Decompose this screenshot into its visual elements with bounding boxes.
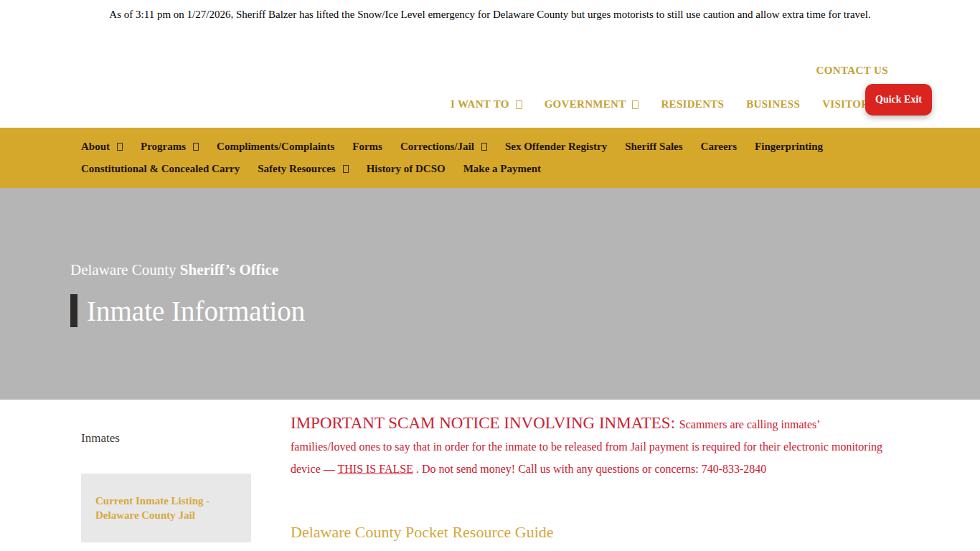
chevron-down-icon xyxy=(632,100,639,109)
nav-label: Compliments/Complaints xyxy=(217,141,334,153)
page-title: Inmate Information xyxy=(87,297,305,325)
hero-office-name: Delaware County Sheriff’s Office xyxy=(70,261,980,279)
sidebar-link-line2: Delaware County Jail xyxy=(95,509,195,521)
quick-exit-button[interactable]: Quick Exit xyxy=(865,84,932,116)
chevron-down-icon xyxy=(117,143,123,151)
subnav-careers[interactable]: Careers xyxy=(701,141,738,153)
nav-residents[interactable]: RESIDENTS xyxy=(661,98,724,110)
nav-label: Make a Payment xyxy=(463,163,541,175)
main-column: IMPORTANT SCAM NOTICE INVOLVING INMATES:… xyxy=(291,400,886,542)
sidebar-link-line1: Current Inmate Listing - xyxy=(95,495,209,507)
chevron-down-icon xyxy=(481,143,487,151)
nav-label: BUSINESS xyxy=(746,98,800,110)
nav-label: Forms xyxy=(352,141,382,153)
sidebar-link-current-inmate-listing[interactable]: Current Inmate Listing - Delaware County… xyxy=(95,494,238,522)
title-accent-bar xyxy=(70,294,77,327)
nav-label: Constitutional & Concealed Carry xyxy=(81,163,240,175)
scam-notice-body-2: . Do not send money! Call us with any qu… xyxy=(416,463,702,475)
subnav-forms[interactable]: Forms xyxy=(352,141,382,153)
hero-office-bold: Sheriff’s Office xyxy=(180,261,278,278)
secondary-nav-row-1: About Programs Compliments/Complaints Fo… xyxy=(81,141,951,153)
sidebar: Inmates Current Inmate Listing - Delawar… xyxy=(81,400,251,542)
hero-title-row: Inmate Information xyxy=(70,294,980,327)
nav-label: Sex Offender Registry xyxy=(505,141,607,153)
nav-label: Programs xyxy=(141,141,186,153)
scam-notice-phone: 740-833-2840 xyxy=(702,463,767,475)
nav-government[interactable]: GOVERNMENT xyxy=(545,98,639,110)
subnav-programs[interactable]: Programs xyxy=(141,141,199,153)
content-area: Inmates Current Inmate Listing - Delawar… xyxy=(0,400,980,542)
sidebar-current-item-box[interactable]: Current Inmate Listing - Delaware County… xyxy=(81,474,251,542)
scam-notice: IMPORTANT SCAM NOTICE INVOLVING INMATES:… xyxy=(291,412,886,480)
nav-label: Corrections/Jail xyxy=(400,141,474,153)
subnav-corrections-jail[interactable]: Corrections/Jail xyxy=(400,141,487,153)
subnav-fingerprinting[interactable]: Fingerprinting xyxy=(755,141,823,153)
subnav-about[interactable]: About xyxy=(81,141,123,153)
nav-label: Careers xyxy=(701,141,738,153)
hero-section: Delaware County Sheriff’s Office Inmate … xyxy=(0,188,980,400)
emergency-banner: As of 3:11 pm on 1/27/2026, Sheriff Balz… xyxy=(0,0,980,29)
contact-us-link[interactable]: CONTACT US xyxy=(816,65,888,77)
nav-label: Sheriff Sales xyxy=(625,141,682,153)
nav-label: I WANT TO xyxy=(451,98,509,110)
secondary-nav-row-2: Constitutional & Concealed Carry Safety … xyxy=(81,163,951,175)
nav-label: About xyxy=(81,141,110,153)
subnav-history-of-dcso[interactable]: History of DCSO xyxy=(367,163,446,175)
subnav-make-a-payment[interactable]: Make a Payment xyxy=(463,163,541,175)
chevron-down-icon xyxy=(193,143,199,151)
secondary-nav: About Programs Compliments/Complaints Fo… xyxy=(0,128,980,188)
subnav-safety-resources[interactable]: Safety Resources xyxy=(258,163,348,175)
nav-label: Fingerprinting xyxy=(755,141,823,153)
subnav-sex-offender-registry[interactable]: Sex Offender Registry xyxy=(505,141,607,153)
chevron-down-icon xyxy=(343,165,349,173)
nav-label: GOVERNMENT xyxy=(545,98,626,110)
scam-notice-heading: IMPORTANT SCAM NOTICE INVOLVING INMATES: xyxy=(291,414,679,432)
nav-label: RESIDENTS xyxy=(661,98,724,110)
nav-business[interactable]: BUSINESS xyxy=(746,98,800,110)
subnav-sheriff-sales[interactable]: Sheriff Sales xyxy=(625,141,682,153)
site-header: CONTACT US I WANT TO GOVERNMENT RESIDENT… xyxy=(0,29,980,128)
nav-label: Safety Resources xyxy=(258,163,335,175)
chevron-down-icon xyxy=(516,100,522,109)
subnav-constitutional-concealed-carry[interactable]: Constitutional & Concealed Carry xyxy=(81,163,240,175)
pocket-resource-guide-link[interactable]: Delaware County Pocket Resource Guide xyxy=(291,523,554,542)
primary-nav: I WANT TO GOVERNMENT RESIDENTS BUSINESS … xyxy=(451,98,875,110)
sidebar-heading: Inmates xyxy=(81,431,251,446)
nav-i-want-to[interactable]: I WANT TO xyxy=(451,98,522,110)
nav-label: History of DCSO xyxy=(367,163,446,175)
emergency-banner-text: As of 3:11 pm on 1/27/2026, Sheriff Balz… xyxy=(109,9,870,21)
hero-office-prefix: Delaware County xyxy=(70,261,180,278)
scam-notice-emphasis: THIS IS FALSE xyxy=(337,463,413,475)
subnav-compliments-complaints[interactable]: Compliments/Complaints xyxy=(217,141,334,153)
